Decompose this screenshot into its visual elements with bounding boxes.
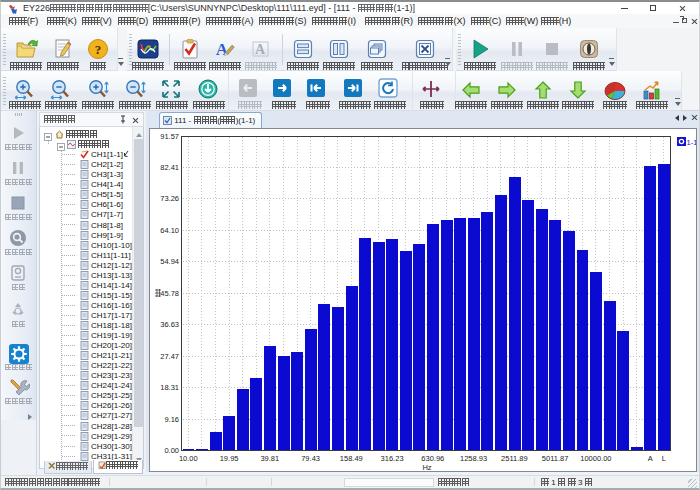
svg-text:158.49: 158.49 xyxy=(340,454,363,463)
svg-text:82.41: 82.41 xyxy=(160,163,179,172)
svg-text:19.95: 19.95 xyxy=(220,454,239,463)
svg-text:Hz: Hz xyxy=(422,463,431,471)
svg-text:27.47: 27.47 xyxy=(160,352,179,361)
svg-text:A: A xyxy=(216,40,229,59)
svg-text:64.10: 64.10 xyxy=(160,226,179,235)
svg-text:10000.00: 10000.00 xyxy=(580,454,611,463)
svg-text:1258.93: 1258.93 xyxy=(460,454,487,463)
svg-text:39.81: 39.81 xyxy=(260,454,279,463)
svg-text:9.16: 9.16 xyxy=(164,415,179,424)
svg-text:630.96: 630.96 xyxy=(421,454,444,463)
svg-text:316.23: 316.23 xyxy=(381,454,404,463)
svg-text:A: A xyxy=(648,454,653,463)
svg-text:18.31: 18.31 xyxy=(160,383,179,392)
svg-text:?: ? xyxy=(95,42,102,57)
svg-text:36.63: 36.63 xyxy=(160,320,179,329)
svg-text:91.57: 91.57 xyxy=(160,132,179,141)
svg-text:79.43: 79.43 xyxy=(301,454,320,463)
svg-text:10.00: 10.00 xyxy=(179,454,198,463)
svg-text:54.94: 54.94 xyxy=(160,257,179,266)
svg-text:73.26: 73.26 xyxy=(160,194,179,203)
svg-text:A: A xyxy=(255,42,266,57)
svg-text:L: L xyxy=(662,454,666,463)
svg-text:0.00: 0.00 xyxy=(164,446,179,455)
svg-text:2511.89: 2511.89 xyxy=(501,454,528,463)
svg-text:45.78: 45.78 xyxy=(160,289,179,298)
svg-text:1-1: 1-1 xyxy=(687,138,697,147)
svg-text:5011.87: 5011.87 xyxy=(542,454,569,463)
